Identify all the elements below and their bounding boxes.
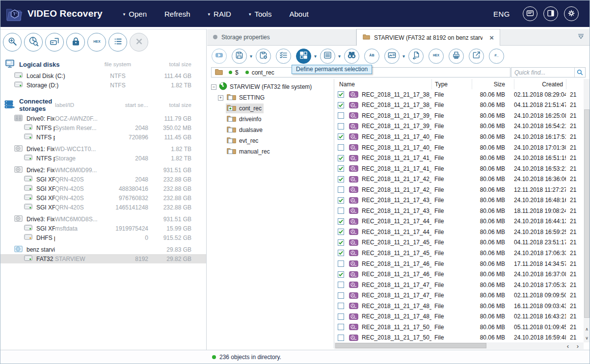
horizontal-scrollbar[interactable]: ‹ ›	[334, 342, 584, 349]
file-checkbox[interactable]	[338, 112, 344, 119]
side-panel-button[interactable]	[543, 6, 558, 21]
file-checkbox[interactable]	[338, 324, 344, 330]
tree-item[interactable]: evt_rec	[207, 135, 334, 146]
vertical-scrollbar[interactable]: ∧ ∨	[584, 79, 590, 342]
printer-button[interactable]	[449, 49, 464, 64]
column-created[interactable]: Created	[514, 79, 566, 89]
folder-checkbox-icon[interactable]	[227, 136, 236, 145]
chevron-down-icon[interactable]: ▾	[250, 53, 252, 59]
tree-item[interactable]: + SETTING	[207, 92, 334, 103]
tree-item[interactable]: cont_rec	[207, 103, 334, 114]
search-icon[interactable]	[574, 68, 585, 77]
storage-row[interactable]: Drive1: Fixed WDC ... WD-WCC1T0... 1.82 …	[0, 144, 206, 154]
file-row[interactable]: REC_2018_11_21_17_46_5... File 80.06 MB …	[334, 259, 584, 269]
file-row[interactable]: REC_2018_11_21_17_38_5... File 80.06 MB …	[334, 100, 584, 111]
tree-root[interactable]: − STARVIEW (FAT32 file system)	[207, 81, 334, 92]
gear-button[interactable]	[564, 6, 579, 21]
storage-row[interactable]: Drive0: Fixed OCZ-V... OCZ-AWNZ0F... 111…	[0, 114, 206, 123]
file-checkbox[interactable]	[338, 176, 344, 182]
text-ab-button[interactable]: ĀB	[364, 49, 379, 64]
file-checkbox[interactable]	[338, 218, 344, 225]
file-row[interactable]: REC_2018_11_21_17_45_5... File 80.06 MB …	[334, 237, 584, 248]
tab-close-icon[interactable]: ×	[489, 33, 494, 42]
file-row[interactable]: REC_2018_11_21_17_50_0... File 80.06 MB …	[334, 333, 584, 342]
vertical-scrollbar-thumb[interactable]	[584, 109, 590, 318]
file-row[interactable]: REC_2018_11_21_17_42_5... File 80.06 MB …	[334, 184, 584, 195]
file-row[interactable]: REC_2018_11_21_17_44_5... File 80.06 MB …	[334, 216, 584, 227]
folder-checkbox-icon[interactable]	[227, 115, 236, 124]
file-row[interactable]: REC_2018_11_21_17_48_5... File 80.06 MB …	[334, 301, 584, 312]
storage-row[interactable]: NTFS partition 720896 111.45 GB	[0, 132, 206, 142]
file-checkbox[interactable]	[338, 250, 344, 256]
file-checkbox[interactable]	[338, 229, 344, 235]
file-checkbox[interactable]	[338, 292, 344, 299]
storage-row[interactable]: SGI XFS partition QRN-420S 1465141248 23…	[0, 203, 206, 212]
file-row[interactable]: REC_2018_11_21_17_47_5... File 80.06 MB …	[334, 280, 584, 290]
hex-view-button[interactable]: HEX	[429, 49, 444, 64]
menu-item-open[interactable]: ▾Open	[123, 10, 147, 18]
binoculars-button[interactable]	[344, 49, 359, 64]
expand-icon[interactable]: +	[218, 95, 223, 101]
tab-storage-properties[interactable]: Storage properties	[207, 29, 356, 45]
file-checkbox[interactable]	[338, 282, 344, 288]
menu-item-refresh[interactable]: Refresh	[164, 10, 190, 18]
file-checkbox[interactable]	[338, 165, 344, 172]
file-row[interactable]: REC_2018_11_21_17_47_5... File 80.06 MB …	[334, 290, 584, 301]
folder-checkbox-icon[interactable]	[227, 93, 236, 102]
file-row[interactable]: REC_2018_11_21_17_45_5... File 80.06 MB …	[334, 248, 584, 259]
preview-pane-button[interactable]	[384, 49, 400, 64]
file-checkbox[interactable]	[338, 271, 344, 278]
checklist-button[interactable]	[276, 49, 291, 64]
language-selector[interactable]: ENG	[493, 10, 510, 18]
file-checkbox[interactable]	[338, 186, 344, 193]
tree-item[interactable]: manual_rec	[207, 146, 334, 157]
folder-checkbox-icon[interactable]	[227, 104, 236, 113]
file-row[interactable]: REC_2018_11_21_17_48_5... File 80.06 MB …	[334, 311, 584, 322]
file-checkbox[interactable]	[338, 123, 344, 130]
file-checkbox[interactable]	[338, 239, 344, 246]
file-row[interactable]: REC_2018_11_21_17_40_5... File 80.06 MB …	[334, 131, 584, 142]
file-row[interactable]: REC_2018_11_21_17_40_5... File 80.06 MB …	[334, 142, 584, 153]
storage-row[interactable]: SGI XFS partition QRN-420S 488380416 232…	[0, 184, 206, 193]
file-checkbox[interactable]	[338, 133, 344, 140]
logical-disk-row[interactable]: Storage (D:) NTFS 1.82 TB	[0, 80, 206, 90]
file-checkbox[interactable]	[338, 313, 344, 320]
chevron-down-icon[interactable]: ▾	[338, 53, 341, 59]
magnifier-button[interactable]	[3, 33, 22, 52]
column-name[interactable]: Name	[334, 79, 431, 89]
file-row[interactable]: REC_2018_11_21_17_38_5... File 80.06 MB …	[334, 89, 584, 100]
save-button[interactable]	[232, 49, 247, 64]
storage-row[interactable]: FAT32 partition STARVIEW 8192 29.82 GB	[0, 254, 206, 263]
collapse-icon[interactable]: −	[211, 84, 216, 90]
storage-row[interactable]: benz starview-32gb.... 29.83 GB	[0, 245, 206, 254]
save-settings-button[interactable]	[256, 49, 271, 64]
scan-disk-button[interactable]	[24, 33, 43, 52]
grid-view-button[interactable]	[296, 49, 311, 64]
file-checkbox[interactable]	[338, 260, 344, 267]
disk-image-button[interactable]	[45, 33, 64, 52]
file-row[interactable]: REC_2018_11_21_17_50_0... File 80.06 MB …	[334, 322, 584, 333]
breadcrumb-item[interactable]: $	[229, 69, 239, 76]
file-row[interactable]: REC_2018_11_21_17_44_5... File 80.06 MB …	[334, 227, 584, 237]
file-checkbox[interactable]	[338, 335, 344, 341]
lock-button[interactable]	[66, 33, 85, 52]
scroll-down-button[interactable]: ∨	[584, 334, 590, 342]
sector-number-button[interactable]: #_	[489, 49, 504, 64]
file-checkbox[interactable]	[338, 144, 344, 151]
logical-disk-row[interactable]: Local Disk (C:) NTFS 111.44 GB	[0, 71, 206, 80]
scroll-up-button[interactable]: ∧	[584, 325, 590, 334]
horizontal-scrollbar-thumb[interactable]	[335, 343, 486, 348]
storage-row[interactable]: NTFS partition Storage 2048 1.82 TB	[0, 154, 206, 163]
export-button[interactable]	[469, 49, 484, 64]
file-checkbox[interactable]	[338, 208, 344, 214]
chevron-down-icon[interactable]: ▾	[402, 53, 405, 59]
list-view-button[interactable]	[320, 49, 335, 64]
chevron-down-icon[interactable]: ▾	[314, 53, 317, 59]
hex-view-button[interactable]: HEX	[87, 33, 106, 52]
file-row[interactable]: REC_2018_11_21_17_42_5... File 80.06 MB …	[334, 174, 584, 184]
file-row[interactable]: REC_2018_11_21_17_46_5... File 80.06 MB …	[334, 269, 584, 280]
scroll-right-button[interactable]: ›	[573, 342, 583, 349]
file-row[interactable]: REC_2018_11_21_17_41_5... File 80.06 MB …	[334, 153, 584, 163]
file-checkbox[interactable]	[338, 155, 344, 161]
tab-list-menu-icon[interactable]	[577, 33, 585, 41]
